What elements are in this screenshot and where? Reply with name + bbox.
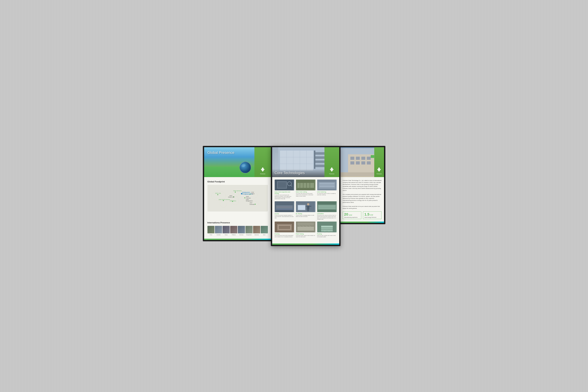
tech-img-soldering: 03 [317,180,337,190]
svg-text:Dubai,UAE: Dubai,UAE [228,196,234,198]
svg-point-9 [235,192,236,193]
intl-label-germany: Germany [238,234,245,235]
logo-right: Fortunes [376,167,382,174]
tech-desc-7: Set all aluminium frame with encapsulate… [275,235,294,238]
svg-point-114 [378,168,380,169]
tech-img-inspection: 01 [275,180,294,190]
svg-rect-64 [276,206,293,206]
logo-text-center: Fortunes [328,173,335,174]
svg-rect-67 [276,209,293,210]
tech-item-1: 01 Solar Cells Inspection and Sorting A … [275,180,294,200]
map-dots-area: 2005 USA 2009 Germany Headquarters Zhang… [208,185,268,212]
svg-rect-104 [356,157,360,160]
svg-rect-68 [275,210,294,212]
hero-green-panel-center: Fortunes [324,147,339,177]
svg-rect-77 [298,205,305,210]
tech-title-5: EL Testing [296,213,316,214]
intl-label-australia: Australia [215,234,222,235]
panel-left-bottom-bar [204,239,271,240]
svg-rect-62 [320,186,334,187]
svg-text:2010: 2010 [251,192,254,193]
logo-icon-right [376,167,382,172]
panels-container: Fortunes Global Presence Global Foodprin… [178,146,410,246]
company-desc-2: Our company and products are awarded wit… [343,194,382,204]
svg-rect-105 [361,157,365,160]
svg-text:2005 USA: 2005 USA [215,192,221,194]
svg-rect-94 [321,226,333,232]
tech-item-6: 06 Lamination First pull out the vacuum … [317,201,337,220]
svg-rect-50 [278,182,286,188]
svg-rect-66 [276,208,293,208]
tech-svg-8 [296,222,316,232]
svg-rect-96 [322,231,324,232]
intl-label-indonesia: Indonesia [253,234,260,235]
svg-rect-74 [307,209,308,211]
intl-photo-spain [261,226,268,233]
svg-text:2009 Germany: 2009 Germany [233,190,242,192]
tech-desc-4: To lay the structural materials together… [275,215,294,218]
stat-years-number: 20 [344,212,348,216]
hero-right: Fortunes [340,147,384,177]
tech-desc-2: To cut the solar cells as per the power … [296,193,316,197]
stat-years-unit: year [349,214,352,216]
tech-desc-1: A detection and screening for the appear… [275,194,294,200]
hero-global: Fortunes Global Presence [204,147,271,177]
panel-right-bottom-bar [340,222,384,223]
svg-rect-95 [321,226,333,227]
svg-rect-75 [308,209,309,211]
tech-desc-9: Pack the solar modules with master carto… [317,235,337,238]
tech-img-lamination: 06 [317,201,337,212]
global-foodprint-title: Global Foodprint [208,180,268,183]
company-desc-3: Fortunes Solar would like to be your val… [343,206,382,210]
intl-photos-row [208,226,268,233]
tech-item-7: 07 Framing Set all aluminium frame with … [275,222,294,238]
tech-svg-6 [317,201,337,212]
svg-rect-98 [330,231,332,232]
svg-rect-106 [367,157,371,160]
svg-rect-108 [356,161,360,164]
tech-title-2: Solar Cells Cutting [296,191,316,193]
svg-text:Headquarters: Headquarters [242,192,250,193]
tech-title-9: Packing [317,233,337,235]
svg-rect-45 [314,150,315,169]
svg-rect-107 [350,161,354,164]
tech-svg-9 [317,222,337,232]
intl-label-kenya: Kenya [222,234,230,235]
tech-img-layup: 04 [275,201,294,212]
svg-point-8 [217,194,218,195]
logo-center: Fortunes [328,167,335,174]
hero-title-global: Global Presence [208,150,234,155]
svg-text:2006 South America: 2006 South America [218,199,230,200]
hero-green-panel-right: Fortunes [374,147,384,177]
tech-desc-5: To test if there is breakage defect on c… [296,215,316,218]
logo-text-right: Fortunes [376,173,382,174]
tech-title-4: Lay Up [275,213,294,214]
panel-core-technologies: Core Technologies Fortunes 01 [271,146,340,246]
intl-label-bangladesh: Bangladesh [246,234,252,235]
intl-photo-phillipine [230,226,237,233]
logo-icon [260,167,266,172]
svg-text:Japan: Japan [251,193,254,194]
svg-rect-88 [298,222,314,226]
stat-gw-unit: GW [370,214,373,216]
stat-gw-label: Solar Energy Delivered [364,217,380,218]
intl-photo-china [208,226,214,233]
svg-rect-34 [280,150,313,170]
svg-rect-111 [370,155,374,158]
stats-row: 20 year manufacturing experience 1.5 GW … [343,212,382,219]
globe-icon [240,162,251,173]
svg-text:2007: 2007 [250,202,252,204]
tech-desc-3: To connect the cells in series or parall… [317,193,337,196]
intl-photo-kenya [222,226,230,233]
svg-rect-87 [298,226,314,231]
tech-item-5: 05 EL Testing [296,201,316,220]
panel-center-bottom-bar [272,244,339,245]
svg-text:Pakistan: Pakistan [246,197,250,199]
tech-svg-4 [275,201,294,212]
tech-img-cutting: 02 [296,180,316,190]
tech-svg-5 [296,201,316,212]
tech-svg-3 [317,180,337,190]
tech-title-3: Cells Soldering [317,191,337,193]
right-panel-content: Fortunes Solar Technology Co., Ltd, call… [340,177,384,222]
logo-left: Fortunes [260,167,266,174]
